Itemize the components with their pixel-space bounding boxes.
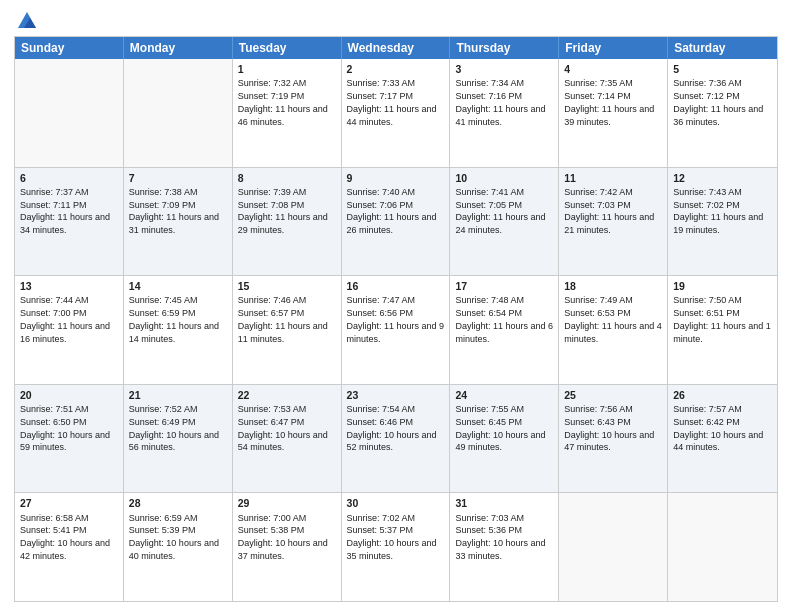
header-day-sunday: Sunday [15,37,124,59]
calendar-body: 1Sunrise: 7:32 AM Sunset: 7:19 PM Daylig… [15,59,777,601]
header-day-thursday: Thursday [450,37,559,59]
day-cell-11: 11Sunrise: 7:42 AM Sunset: 7:03 PM Dayli… [559,168,668,276]
day-number: 10 [455,171,553,185]
day-info: Sunrise: 7:33 AM Sunset: 7:17 PM Dayligh… [347,78,437,126]
day-number: 31 [455,496,553,510]
day-cell-25: 25Sunrise: 7:56 AM Sunset: 6:43 PM Dayli… [559,385,668,493]
logo [14,10,38,30]
day-number: 1 [238,62,336,76]
day-cell-31: 31Sunrise: 7:03 AM Sunset: 5:36 PM Dayli… [450,493,559,601]
day-info: Sunrise: 7:46 AM Sunset: 6:57 PM Dayligh… [238,295,328,343]
header [14,10,778,30]
day-info: Sunrise: 7:48 AM Sunset: 6:54 PM Dayligh… [455,295,553,343]
header-day-saturday: Saturday [668,37,777,59]
header-day-monday: Monday [124,37,233,59]
day-cell-21: 21Sunrise: 7:52 AM Sunset: 6:49 PM Dayli… [124,385,233,493]
day-info: Sunrise: 7:50 AM Sunset: 6:51 PM Dayligh… [673,295,771,343]
day-number: 20 [20,388,118,402]
day-cell-3: 3Sunrise: 7:34 AM Sunset: 7:16 PM Daylig… [450,59,559,167]
day-info: Sunrise: 7:56 AM Sunset: 6:43 PM Dayligh… [564,404,654,452]
day-info: Sunrise: 7:40 AM Sunset: 7:06 PM Dayligh… [347,187,437,235]
day-info: Sunrise: 7:32 AM Sunset: 7:19 PM Dayligh… [238,78,328,126]
day-number: 29 [238,496,336,510]
day-info: Sunrise: 7:45 AM Sunset: 6:59 PM Dayligh… [129,295,219,343]
day-number: 13 [20,279,118,293]
day-cell-26: 26Sunrise: 7:57 AM Sunset: 6:42 PM Dayli… [668,385,777,493]
day-info: Sunrise: 7:00 AM Sunset: 5:38 PM Dayligh… [238,513,328,561]
day-cell-4: 4Sunrise: 7:35 AM Sunset: 7:14 PM Daylig… [559,59,668,167]
day-info: Sunrise: 7:43 AM Sunset: 7:02 PM Dayligh… [673,187,763,235]
day-info: Sunrise: 7:39 AM Sunset: 7:08 PM Dayligh… [238,187,328,235]
day-number: 5 [673,62,772,76]
day-number: 25 [564,388,662,402]
day-cell-27: 27Sunrise: 6:58 AM Sunset: 5:41 PM Dayli… [15,493,124,601]
day-cell-29: 29Sunrise: 7:00 AM Sunset: 5:38 PM Dayli… [233,493,342,601]
day-number: 14 [129,279,227,293]
page: SundayMondayTuesdayWednesdayThursdayFrid… [0,0,792,612]
day-cell-23: 23Sunrise: 7:54 AM Sunset: 6:46 PM Dayli… [342,385,451,493]
day-number: 26 [673,388,772,402]
day-number: 27 [20,496,118,510]
day-number: 3 [455,62,553,76]
day-cell-2: 2Sunrise: 7:33 AM Sunset: 7:17 PM Daylig… [342,59,451,167]
day-info: Sunrise: 7:52 AM Sunset: 6:49 PM Dayligh… [129,404,219,452]
day-number: 16 [347,279,445,293]
day-info: Sunrise: 6:59 AM Sunset: 5:39 PM Dayligh… [129,513,219,561]
day-cell-17: 17Sunrise: 7:48 AM Sunset: 6:54 PM Dayli… [450,276,559,384]
day-number: 17 [455,279,553,293]
day-number: 21 [129,388,227,402]
day-cell-5: 5Sunrise: 7:36 AM Sunset: 7:12 PM Daylig… [668,59,777,167]
day-cell-18: 18Sunrise: 7:49 AM Sunset: 6:53 PM Dayli… [559,276,668,384]
day-info: Sunrise: 7:37 AM Sunset: 7:11 PM Dayligh… [20,187,110,235]
day-info: Sunrise: 7:53 AM Sunset: 6:47 PM Dayligh… [238,404,328,452]
empty-cell [15,59,124,167]
day-cell-15: 15Sunrise: 7:46 AM Sunset: 6:57 PM Dayli… [233,276,342,384]
day-info: Sunrise: 6:58 AM Sunset: 5:41 PM Dayligh… [20,513,110,561]
day-number: 28 [129,496,227,510]
day-cell-10: 10Sunrise: 7:41 AM Sunset: 7:05 PM Dayli… [450,168,559,276]
day-number: 6 [20,171,118,185]
day-cell-30: 30Sunrise: 7:02 AM Sunset: 5:37 PM Dayli… [342,493,451,601]
day-number: 22 [238,388,336,402]
day-number: 24 [455,388,553,402]
empty-cell [559,493,668,601]
day-info: Sunrise: 7:02 AM Sunset: 5:37 PM Dayligh… [347,513,437,561]
day-info: Sunrise: 7:42 AM Sunset: 7:03 PM Dayligh… [564,187,654,235]
day-cell-28: 28Sunrise: 6:59 AM Sunset: 5:39 PM Dayli… [124,493,233,601]
day-cell-20: 20Sunrise: 7:51 AM Sunset: 6:50 PM Dayli… [15,385,124,493]
calendar-row-4: 20Sunrise: 7:51 AM Sunset: 6:50 PM Dayli… [15,385,777,494]
day-info: Sunrise: 7:57 AM Sunset: 6:42 PM Dayligh… [673,404,763,452]
header-day-wednesday: Wednesday [342,37,451,59]
header-day-tuesday: Tuesday [233,37,342,59]
calendar: SundayMondayTuesdayWednesdayThursdayFrid… [14,36,778,602]
day-number: 9 [347,171,445,185]
header-day-friday: Friday [559,37,668,59]
day-number: 30 [347,496,445,510]
day-number: 23 [347,388,445,402]
day-cell-16: 16Sunrise: 7:47 AM Sunset: 6:56 PM Dayli… [342,276,451,384]
day-info: Sunrise: 7:44 AM Sunset: 7:00 PM Dayligh… [20,295,110,343]
day-number: 8 [238,171,336,185]
day-info: Sunrise: 7:41 AM Sunset: 7:05 PM Dayligh… [455,187,545,235]
day-cell-24: 24Sunrise: 7:55 AM Sunset: 6:45 PM Dayli… [450,385,559,493]
calendar-row-1: 1Sunrise: 7:32 AM Sunset: 7:19 PM Daylig… [15,59,777,168]
empty-cell [668,493,777,601]
empty-cell [124,59,233,167]
day-number: 7 [129,171,227,185]
day-number: 12 [673,171,772,185]
day-cell-19: 19Sunrise: 7:50 AM Sunset: 6:51 PM Dayli… [668,276,777,384]
day-cell-12: 12Sunrise: 7:43 AM Sunset: 7:02 PM Dayli… [668,168,777,276]
day-cell-8: 8Sunrise: 7:39 AM Sunset: 7:08 PM Daylig… [233,168,342,276]
calendar-header: SundayMondayTuesdayWednesdayThursdayFrid… [15,37,777,59]
day-cell-1: 1Sunrise: 7:32 AM Sunset: 7:19 PM Daylig… [233,59,342,167]
calendar-row-2: 6Sunrise: 7:37 AM Sunset: 7:11 PM Daylig… [15,168,777,277]
day-number: 19 [673,279,772,293]
day-number: 18 [564,279,662,293]
day-info: Sunrise: 7:38 AM Sunset: 7:09 PM Dayligh… [129,187,219,235]
day-info: Sunrise: 7:51 AM Sunset: 6:50 PM Dayligh… [20,404,110,452]
day-info: Sunrise: 7:35 AM Sunset: 7:14 PM Dayligh… [564,78,654,126]
day-number: 11 [564,171,662,185]
day-info: Sunrise: 7:54 AM Sunset: 6:46 PM Dayligh… [347,404,437,452]
day-cell-13: 13Sunrise: 7:44 AM Sunset: 7:00 PM Dayli… [15,276,124,384]
day-cell-7: 7Sunrise: 7:38 AM Sunset: 7:09 PM Daylig… [124,168,233,276]
